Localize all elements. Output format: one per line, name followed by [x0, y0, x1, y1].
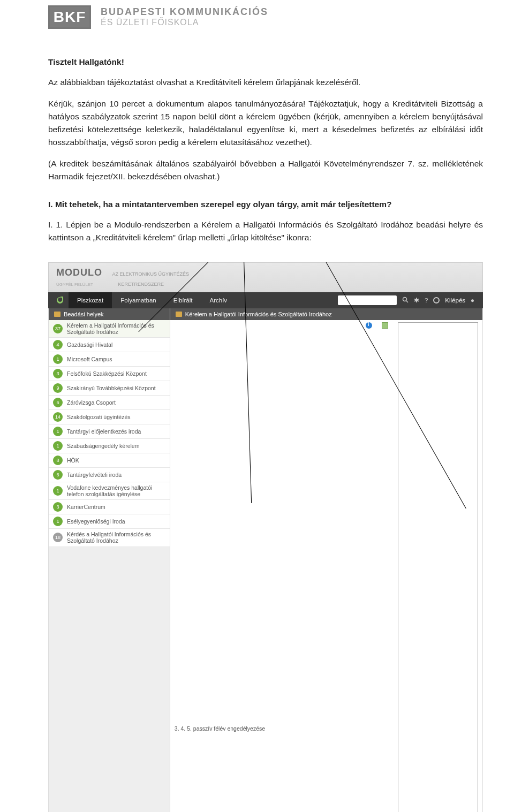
left-column: Beadási helyek 37Kérelem a Hallgatói Inf… — [49, 308, 170, 812]
count-badge: 1 — [53, 486, 63, 496]
count-badge: 9 — [53, 383, 63, 393]
logout-link[interactable]: Kilépés — [445, 297, 465, 303]
sidebar-item[interactable]: 1Microsoft Campus — [49, 352, 170, 367]
sidebar-item[interactable]: 1Esélyegyenlőségi Iroda — [49, 514, 170, 529]
section-heading-1: I. Mit tehetek, ha a mintatantervemben s… — [48, 198, 483, 211]
sidebar-item[interactable]: 3Felsőfokú Szakképzési Központ — [49, 367, 170, 381]
university-name: BUDAPESTI KOMMUNIKÁCIÓS ÉS ÜZLETI FŐISKO… — [101, 7, 268, 27]
form-name: 3. 4. 5. passzív félév engedélyezése — [175, 725, 366, 732]
count-badge: 14 — [53, 412, 63, 422]
sidebar-item[interactable]: 8HÖK — [49, 453, 170, 468]
sidebar-item[interactable]: 1Szabadságengedély kérelem — [49, 439, 170, 453]
sidebar-item-label: Gazdasági Hivatal — [67, 342, 165, 348]
toolbar-tabs: Piszkozat Folyamatban Elbírált Archív — [69, 292, 236, 308]
app-tagline-1: AZ ELEKTRONIKUS ÜGYINTÉZÉS — [112, 271, 189, 277]
count-badge: 6 — [53, 470, 63, 480]
right-header-text: Kérelem a Hallgatói Információs és Szolg… — [185, 311, 332, 317]
svg-point-0 — [403, 298, 406, 301]
modulo-screenshot: MODULO AZ ELEKTRONIKUS ÜGYINTÉZÉS ÜGYFÉL… — [48, 262, 483, 812]
list-icon[interactable] — [382, 322, 388, 329]
count-badge: 37 — [53, 324, 63, 333]
svg-line-1 — [406, 301, 408, 302]
count-badge: 1 — [53, 441, 63, 451]
app-toolbar: Piszkozat Folyamatban Elbírált Archív ✱ … — [48, 292, 483, 308]
count-badge: 6 — [53, 398, 63, 407]
count-badge: 8 — [53, 456, 63, 465]
help-icon[interactable]: ? — [425, 297, 428, 303]
gear-icon[interactable]: ✱ — [414, 297, 419, 304]
sidebar-item-label: Felsőfokú Szakképzési Központ — [67, 370, 165, 377]
sidebar-item-label: Vodafone kedvezményes hallgatói telefon … — [67, 484, 165, 497]
sidebar-item-label: KarrierCentrum — [67, 504, 165, 510]
search-input[interactable] — [338, 295, 397, 305]
collapse-icon[interactable]: ● — [471, 297, 474, 303]
count-badge: 1 — [53, 354, 63, 364]
search-icon[interactable] — [402, 297, 409, 304]
sidebar-item[interactable]: 9Szakirányú Továbbképzési Központ — [49, 381, 170, 396]
info-paragraph: Kérjük, szánjon 10 percet a dokumentum a… — [48, 97, 483, 149]
sidebar-item-label: Kérelem a Hallgatói Információs és Szolg… — [67, 322, 165, 335]
intro-paragraph: Az alábbiakban tájékoztatást olvashat a … — [48, 76, 483, 89]
sidebar-item[interactable]: 6Tantárgyfelvételi iroda — [49, 468, 170, 482]
sidebar-item[interactable]: 6Záróvizsga Csoport — [49, 396, 170, 410]
info-icon[interactable] — [366, 322, 372, 329]
sidebar-item-label: Záróvizsga Csoport — [67, 399, 165, 406]
folder-icon — [54, 312, 61, 317]
sidebar-item[interactable]: 14Szakdolgozati ügyintézés — [49, 410, 170, 424]
right-column-header: Kérelem a Hallgatói Információs és Szolg… — [170, 308, 482, 320]
bkf-logo: BKF — [48, 5, 91, 29]
left-column-header: Beadási helyek — [49, 308, 170, 320]
document-header: BKF BUDAPESTI KOMMUNIKÁCIÓS ÉS ÜZLETI FŐ… — [48, 0, 483, 29]
uni-line1: BUDAPESTI KOMMUNIKÁCIÓS — [101, 7, 268, 18]
sidebar-item-label: HÖK — [67, 457, 165, 464]
step-1-paragraph: I. 1. Lépjen be a Modulo-rendszerben a K… — [48, 218, 483, 244]
count-badge: 1 — [53, 427, 63, 436]
app-tagline-2: KERETRENDSZERE — [118, 282, 164, 287]
folder-icon — [176, 312, 182, 317]
tab-piszkozat[interactable]: Piszkozat — [69, 292, 112, 308]
sidebar-item[interactable]: 4Gazdasági Hivatal — [49, 338, 170, 352]
document-body: Tisztelt Hallgatónk! Az alábbiakban tájé… — [48, 56, 483, 244]
sidebar-item-label: Esélyegyenlőségi Iroda — [67, 518, 165, 525]
count-badge: 18 — [53, 533, 63, 542]
count-badge: 3 — [53, 369, 63, 378]
app-client-label: ÜGYFÉL FELÜLET — [56, 282, 93, 287]
fill-form-icon[interactable] — [398, 322, 478, 812]
refresh-icon[interactable] — [56, 296, 64, 305]
uni-line2: ÉS ÜZLETI FŐISKOLA — [101, 18, 268, 27]
sidebar-item[interactable]: 3KarrierCentrum — [49, 500, 170, 514]
tab-archiv[interactable]: Archív — [201, 292, 236, 308]
sidebar-item-label: Tantárgyfelvételi iroda — [67, 472, 165, 478]
salutation: Tisztelt Hallgatónk! — [48, 56, 483, 69]
app-brand: MODULO — [56, 267, 102, 278]
sidebar-item-label: Szakirányú Továbbképzési Központ — [67, 385, 165, 391]
app-header: MODULO AZ ELEKTRONIKUS ÜGYINTÉZÉS ÜGYFÉL… — [48, 262, 483, 292]
sidebar-item[interactable]: 1Vodafone kedvezményes hallgatói telefon… — [49, 482, 170, 500]
reference-paragraph: (A kreditek beszámításának általános sza… — [48, 157, 483, 183]
tab-folyamatban[interactable]: Folyamatban — [112, 292, 164, 308]
sidebar-item-label: Szakdolgozati ügyintézés — [67, 414, 165, 420]
sidebar-item[interactable]: 1Tantárgyi előjelentkezés iroda — [49, 424, 170, 439]
count-badge: 1 — [53, 517, 63, 526]
sidebar-item-label: Tantárgyi előjelentkezés iroda — [67, 428, 165, 435]
count-badge: 3 — [53, 502, 63, 512]
sidebar-item-label: Microsoft Campus — [67, 356, 165, 362]
sidebar-item[interactable]: 37Kérelem a Hallgatói Információs és Szo… — [49, 320, 170, 338]
sidebar-item[interactable]: 18Kérdés a Hallgatói Információs és Szol… — [49, 529, 170, 547]
right-column: Kérelem a Hallgatói Információs és Szolg… — [170, 308, 482, 812]
left-header-text: Beadási helyek — [64, 311, 104, 317]
power-icon[interactable] — [433, 297, 440, 303]
sidebar-item-label: Kérdés a Hallgatói Információs és Szolgá… — [67, 531, 165, 544]
tab-elbiralt[interactable]: Elbírált — [165, 292, 201, 308]
count-badge: 4 — [53, 340, 63, 350]
form-list-item[interactable]: 3. 4. 5. passzív félév engedélyezése — [170, 320, 482, 812]
sidebar-item-label: Szabadságengedély kérelem — [67, 443, 165, 449]
